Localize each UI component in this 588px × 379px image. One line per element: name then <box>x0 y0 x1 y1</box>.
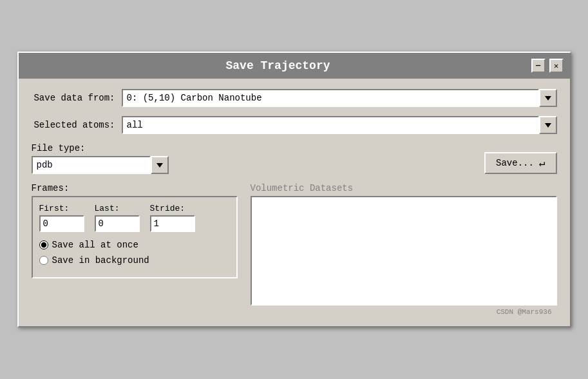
save-all-radio[interactable] <box>39 240 48 249</box>
save-bg-radio[interactable] <box>39 256 48 265</box>
chevron-down-icon <box>156 163 163 168</box>
volumetric-label: Volumetric Datasets <box>251 183 557 193</box>
selected-atoms-label: Selected atoms: <box>32 120 115 130</box>
stride-label: Stride: <box>150 204 185 213</box>
save-bg-label[interactable]: Save in background <box>52 255 149 266</box>
file-type-dropdown-button[interactable] <box>151 156 169 174</box>
stride-frame-field: Stride: <box>150 204 195 232</box>
dialog-title: Save Trajectory <box>25 59 531 72</box>
chevron-down-icon <box>545 96 551 101</box>
last-frame-field: Last: <box>95 204 140 232</box>
frames-inputs-row: First: Last: Stride: <box>39 204 230 232</box>
dialog-body: Save data from: Selected atoms: <box>19 79 570 326</box>
last-input[interactable] <box>95 215 140 232</box>
volumetric-section: Volumetric Datasets <box>251 183 557 306</box>
minimize-button[interactable]: — <box>531 59 545 73</box>
save-button-label: Save... <box>496 158 534 168</box>
selected-atoms-row: Selected atoms: <box>32 116 557 134</box>
close-button[interactable]: ✕ <box>549 59 564 73</box>
selected-atoms-input[interactable] <box>122 116 539 134</box>
frames-box: First: Last: Stride: <box>32 196 238 278</box>
title-bar: Save Trajectory — ✕ <box>19 53 570 79</box>
save-data-from-label: Save data from: <box>32 93 115 103</box>
title-bar-buttons: — ✕ <box>531 59 564 73</box>
file-type-label: File type: <box>32 143 147 153</box>
save-button[interactable]: Save... ↵ <box>484 152 556 174</box>
filetype-row: File type: Save... ↵ <box>32 143 557 174</box>
save-data-from-container <box>122 89 557 107</box>
stride-input[interactable] <box>150 215 195 232</box>
watermark: CSDN @Mars936 <box>32 306 557 316</box>
first-input[interactable] <box>39 215 84 232</box>
first-frame-field: First: <box>39 204 84 232</box>
save-icon: ↵ <box>539 157 545 170</box>
save-all-label[interactable]: Save all at once <box>52 240 138 250</box>
frames-section: Frames: First: Last: Stride: <box>32 183 238 306</box>
file-type-input[interactable] <box>32 156 151 174</box>
save-data-from-row: Save data from: <box>32 89 557 107</box>
selected-atoms-dropdown-button[interactable] <box>539 116 557 134</box>
filetype-left: File type: <box>32 143 147 174</box>
file-type-container <box>32 156 147 174</box>
bottom-section: Frames: First: Last: Stride: <box>32 183 557 306</box>
frames-label: Frames: <box>32 183 238 193</box>
save-all-row: Save all at once <box>39 240 230 250</box>
save-bg-row: Save in background <box>39 255 230 266</box>
selected-atoms-container <box>122 116 557 134</box>
volumetric-box <box>251 196 557 306</box>
chevron-down-icon <box>545 123 551 128</box>
save-data-from-dropdown-button[interactable] <box>539 89 557 107</box>
filetype-section: File type: Save... ↵ <box>32 143 557 174</box>
save-trajectory-dialog: Save Trajectory — ✕ Save data from: Sele… <box>17 52 571 327</box>
last-label: Last: <box>95 204 120 213</box>
save-data-from-input[interactable] <box>122 89 539 107</box>
watermark-text: CSDN @Mars936 <box>497 308 552 316</box>
first-label: First: <box>39 204 70 213</box>
